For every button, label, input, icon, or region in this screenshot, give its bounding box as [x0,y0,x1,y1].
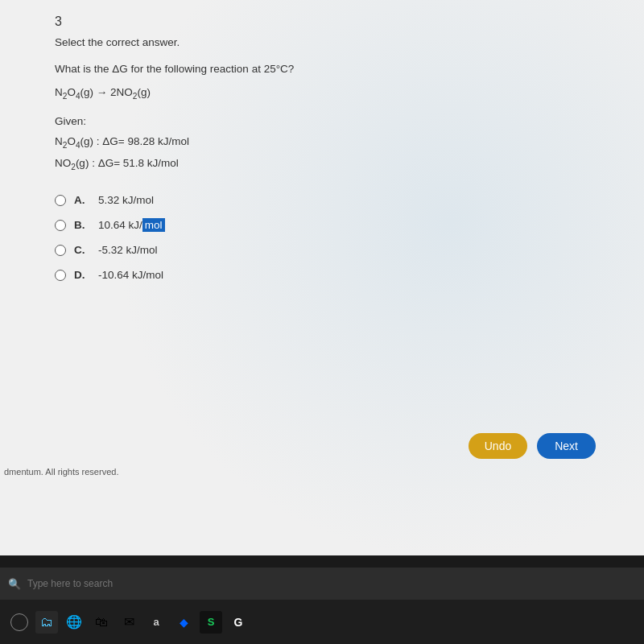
reaction-equation: N2O4(g) → 2NO2(g) [55,86,612,101]
text-icon[interactable]: a [145,611,167,634]
dropbox-icon[interactable]: ◆ [172,611,195,634]
question-number: 3 [55,14,62,29]
label-b: B. [74,219,90,231]
label-d: D. [74,269,90,281]
option-c[interactable]: C. -5.32 kJ/mol [55,244,612,256]
next-button[interactable]: Next [537,433,596,459]
footer-text: dmentum. All rights reserved. [0,467,118,477]
value-d: -10.64 kJ/mol [98,269,163,281]
search-input[interactable] [27,578,148,589]
search-icon: 🔍 [8,578,21,590]
given-label: Given: [55,115,612,127]
given-item-2-compound: NO2(g) : ΔG= 51.8 kJ/mol [55,157,179,171]
s-app-icon[interactable]: S [200,611,222,634]
highlight-mol: mol [142,218,165,232]
main-content: 3 Select the correct answer. What is the… [0,0,644,555]
edge-browser-icon[interactable]: 🌐 [63,611,85,634]
taskbar-icons-row: 🗂 🌐 🛍 ✉ a ◆ S G [0,600,644,644]
label-a: A. [74,194,90,206]
value-b: 10.64 kJ/mol [98,219,165,231]
taskbar: 🔍 🗂 🌐 🛍 ✉ a ◆ S G [0,568,644,644]
g-app-icon[interactable]: G [227,611,250,634]
given-item-1-compound: N2O4(g) : ΔG= 98.28 kJ/mol [55,135,189,150]
windows-icon [10,613,28,631]
instruction-text: Select the correct answer. [55,36,612,48]
windows-button[interactable] [8,611,31,634]
radio-c[interactable] [55,245,66,256]
value-a: 5.32 kJ/mol [98,194,154,206]
buttons-area: Undo Next [469,433,596,459]
given-item-2: NO2(g) : ΔG= 51.8 kJ/mol [55,157,612,171]
search-bar-area[interactable]: 🔍 [0,568,644,600]
radio-a[interactable] [55,195,66,206]
radio-d[interactable] [55,270,66,281]
radio-b[interactable] [55,220,66,231]
answers-section: A. 5.32 kJ/mol B. 10.64 kJ/mol C. -5.32 … [55,194,612,281]
given-item-1: N2O4(g) : ΔG= 98.28 kJ/mol [55,135,612,150]
label-c: C. [74,244,90,256]
question-text: What is the ΔG for the following reactio… [55,63,612,75]
option-b[interactable]: B. 10.64 kJ/mol [55,219,612,231]
question-container: Select the correct answer. What is the Δ… [55,36,612,294]
value-c: -5.32 kJ/mol [98,244,158,256]
file-explorer-icon[interactable]: 🗂 [35,611,58,634]
undo-button[interactable]: Undo [469,433,527,459]
mail-icon[interactable]: ✉ [118,611,140,634]
store-icon[interactable]: 🛍 [90,611,113,634]
option-d[interactable]: D. -10.64 kJ/mol [55,269,612,281]
option-a[interactable]: A. 5.32 kJ/mol [55,194,612,206]
